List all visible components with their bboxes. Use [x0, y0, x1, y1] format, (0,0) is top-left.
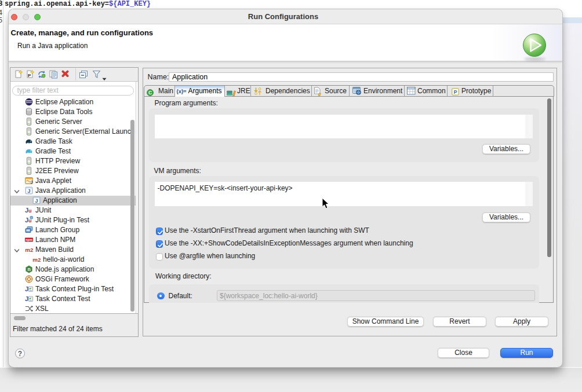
svg-text:P: P: [28, 72, 31, 78]
svg-text:P: P: [454, 89, 457, 95]
svg-text:C: C: [148, 90, 151, 96]
